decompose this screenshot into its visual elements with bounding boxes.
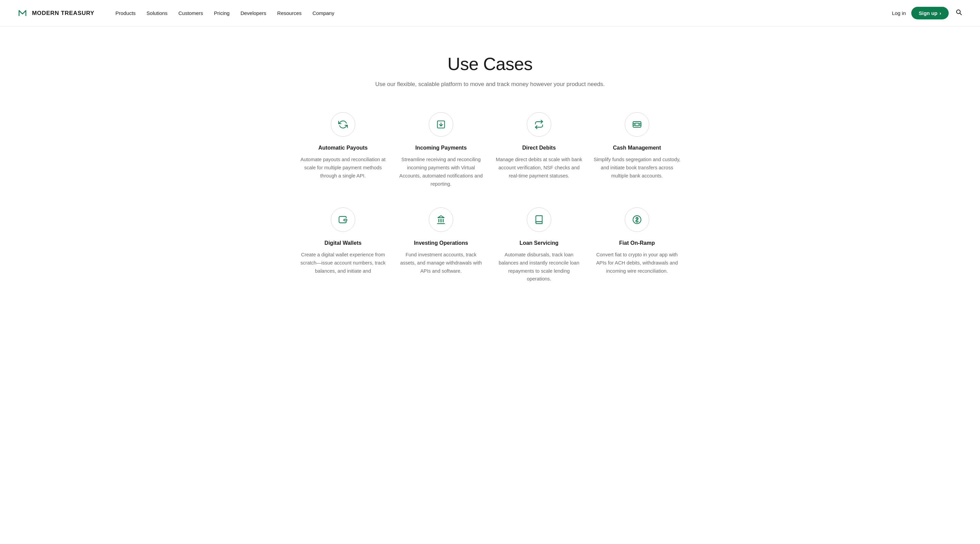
incoming-payments-title: Incoming Payments <box>415 145 466 151</box>
nav-links: Products Solutions Customers Pricing Dev… <box>111 8 892 19</box>
investing-operations-icon-wrapper <box>429 208 453 232</box>
nav-products[interactable]: Products <box>111 8 140 19</box>
automatic-payouts-icon-wrapper <box>331 112 355 137</box>
svg-line-3 <box>960 13 962 15</box>
use-cases-grid-row2: Digital Wallets Create a digital wallet … <box>299 208 681 284</box>
navbar: MODERN TREASURY Products Solutions Custo… <box>0 0 980 27</box>
nav-actions: Log in Sign up › <box>892 7 964 19</box>
book-icon <box>534 215 544 224</box>
nav-customers[interactable]: Customers <box>173 8 208 19</box>
nav-solutions[interactable]: Solutions <box>142 8 172 19</box>
loan-servicing-icon-wrapper <box>527 208 551 232</box>
cash-icon <box>632 120 642 129</box>
bank-icon <box>436 215 446 224</box>
page-subtitle: Use our flexible, scalable platform to m… <box>299 81 681 88</box>
investing-operations-title: Investing Operations <box>414 240 468 246</box>
svg-point-2 <box>956 10 960 14</box>
login-link[interactable]: Log in <box>892 10 906 16</box>
investing-operations-desc: Fund investment accounts, track assets, … <box>398 251 485 275</box>
loan-servicing-desc: Automate disbursals, track loan balances… <box>495 251 582 284</box>
use-case-fiat-on-ramp: Fiat On-Ramp Convert fiat to crypto in y… <box>593 208 681 284</box>
incoming-payments-icon-wrapper <box>429 112 453 137</box>
loan-servicing-title: Loan Servicing <box>520 240 559 246</box>
chevron-right-icon: › <box>940 10 941 16</box>
nav-developers[interactable]: Developers <box>236 8 271 19</box>
digital-wallets-desc: Create a digital wallet experience from … <box>299 251 387 275</box>
automatic-payouts-desc: Automate payouts and reconciliation at s… <box>299 156 387 180</box>
fiat-on-ramp-title: Fiat On-Ramp <box>619 240 655 246</box>
use-case-automatic-payouts: Automatic Payouts Automate payouts and r… <box>299 112 387 188</box>
fiat-on-ramp-icon-wrapper <box>625 208 649 232</box>
dollar-circle-icon <box>632 215 642 224</box>
cash-management-icon-wrapper <box>625 112 649 137</box>
fiat-on-ramp-desc: Convert fiat to crypto in your app with … <box>593 251 681 275</box>
digital-wallets-icon-wrapper <box>331 208 355 232</box>
direct-debits-icon-wrapper <box>527 112 551 137</box>
cash-management-desc: Simplify funds segregation and custody, … <box>593 156 681 180</box>
brand-name: MODERN TREASURY <box>32 10 94 17</box>
svg-marker-17 <box>438 216 444 217</box>
nav-company[interactable]: Company <box>308 8 339 19</box>
direct-debits-desc: Manage direct debits at scale with bank … <box>495 156 582 180</box>
search-icon[interactable] <box>954 8 964 19</box>
nav-resources[interactable]: Resources <box>272 8 307 19</box>
use-case-direct-debits: Direct Debits Manage direct debits at sc… <box>495 112 582 188</box>
svg-rect-6 <box>633 122 641 127</box>
page-title: Use Cases <box>299 54 681 74</box>
cash-management-title: Cash Management <box>613 145 661 151</box>
digital-wallets-title: Digital Wallets <box>325 240 362 246</box>
download-icon <box>436 120 446 129</box>
use-case-digital-wallets: Digital Wallets Create a digital wallet … <box>299 208 387 284</box>
svg-rect-7 <box>635 124 639 126</box>
automatic-payouts-title: Automatic Payouts <box>318 145 368 151</box>
use-case-investing-operations: Investing Operations Fund investment acc… <box>398 208 485 284</box>
logo-link[interactable]: MODERN TREASURY <box>16 7 94 19</box>
use-case-incoming-payments: Incoming Payments Streamline receiving a… <box>398 112 485 188</box>
nav-pricing[interactable]: Pricing <box>209 8 234 19</box>
use-cases-grid-row1: Automatic Payouts Automate payouts and r… <box>299 112 681 188</box>
signup-button[interactable]: Sign up › <box>911 7 949 19</box>
direct-debits-title: Direct Debits <box>522 145 556 151</box>
use-case-cash-management: Cash Management Simplify funds segregati… <box>593 112 681 188</box>
main-content: Use Cases Use our flexible, scalable pla… <box>286 27 694 304</box>
incoming-payments-desc: Streamline receiving and reconciling inc… <box>398 156 485 188</box>
refresh-icon <box>338 120 348 129</box>
use-case-loan-servicing: Loan Servicing Automate disbursals, trac… <box>495 208 582 284</box>
transfer-icon <box>534 120 544 129</box>
logo-icon <box>16 7 29 19</box>
wallet-icon <box>338 215 348 224</box>
